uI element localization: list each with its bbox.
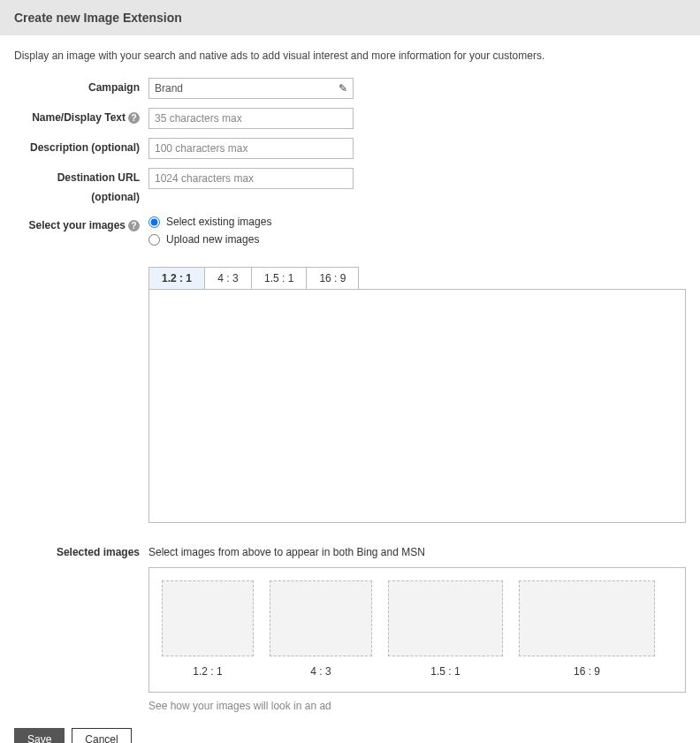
selected-instruction: Select images from above to appear in bo… xyxy=(148,546,686,558)
thumb-169: 16 : 9 xyxy=(519,580,655,678)
label-name: Name/Display Text? xyxy=(14,108,148,127)
description-input[interactable] xyxy=(148,138,354,159)
campaign-select[interactable]: Brand ✎ xyxy=(148,78,354,99)
thumb-label: 1.5 : 1 xyxy=(430,665,460,678)
label-campaign: Campaign xyxy=(14,78,148,97)
label-description: Description (optional) xyxy=(14,138,148,157)
page-header: Create new Image Extension xyxy=(0,0,700,35)
help-icon[interactable]: ? xyxy=(128,220,140,231)
label-destination: Destination URL (optional) xyxy=(14,168,148,207)
preview-hint: See how your images will look in an ad xyxy=(148,700,686,712)
intro-text: Display an image with your search and na… xyxy=(14,49,686,62)
button-row-1: Save Cancel xyxy=(14,728,686,743)
ratio-tab-row: 1.2 : 14 : 31.5 : 116 : 9 xyxy=(148,267,686,523)
radio-upload[interactable]: Upload new images xyxy=(148,233,686,246)
row-name: Name/Display Text? xyxy=(14,108,686,129)
destination-input[interactable] xyxy=(148,168,354,189)
thumb-1.21: 1.2 : 1 xyxy=(162,580,254,678)
thumb-placeholder[interactable] xyxy=(388,580,503,656)
ratio-tab-43[interactable]: 4 : 3 xyxy=(204,267,252,290)
thumb-label: 1.2 : 1 xyxy=(193,665,222,678)
thumb-placeholder[interactable] xyxy=(270,580,372,656)
thumb-placeholder[interactable] xyxy=(519,580,655,656)
cancel-button[interactable]: Cancel xyxy=(72,728,131,743)
row-description: Description (optional) xyxy=(14,138,686,159)
row-campaign: Campaign Brand ✎ xyxy=(14,78,686,99)
page-content: Display an image with your search and na… xyxy=(0,35,700,743)
radio-existing[interactable]: Select existing images xyxy=(148,216,686,228)
save-button[interactable]: Save xyxy=(14,728,65,743)
label-selected-images: Selected images xyxy=(14,546,148,558)
row-select-images: Select your images? Select existing imag… xyxy=(14,216,686,251)
thumb-placeholder[interactable] xyxy=(162,580,254,656)
selected-thumbnails-box: 1.2 : 14 : 31.5 : 116 : 9 xyxy=(148,567,686,693)
ratio-tab-169[interactable]: 16 : 9 xyxy=(306,267,359,290)
ratio-tab-1.21[interactable]: 1.2 : 1 xyxy=(148,267,205,290)
thumb-1.51: 1.5 : 1 xyxy=(388,580,503,678)
name-input[interactable] xyxy=(148,108,354,129)
thumb-label: 16 : 9 xyxy=(574,665,600,678)
campaign-value: Brand xyxy=(155,82,183,95)
thumb-label: 4 : 3 xyxy=(310,665,331,678)
ratio-tab-1.51[interactable]: 1.5 : 1 xyxy=(251,267,307,290)
pencil-icon: ✎ xyxy=(339,82,347,95)
row-destination: Destination URL (optional) xyxy=(14,168,686,207)
label-select-images: Select your images? xyxy=(14,216,148,235)
page-title: Create new Image Extension xyxy=(14,11,182,25)
image-selection-area[interactable] xyxy=(148,289,686,523)
radio-existing-input[interactable] xyxy=(148,216,160,228)
row-selected-images: Selected images Select images from above… xyxy=(14,546,686,712)
thumb-43: 4 : 3 xyxy=(270,580,372,678)
help-icon[interactable]: ? xyxy=(128,112,140,124)
radio-upload-input[interactable] xyxy=(148,234,160,246)
